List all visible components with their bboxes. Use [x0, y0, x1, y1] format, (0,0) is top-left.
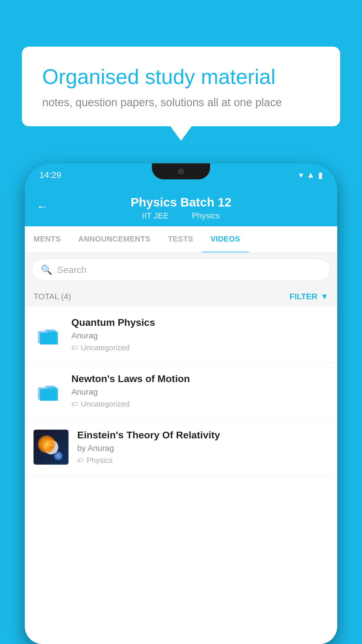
- video-tag: 🏷 Physics: [77, 456, 328, 465]
- tag-label: Uncategorized: [81, 400, 130, 409]
- search-container: 🔍 Search: [25, 253, 337, 287]
- video-author: Anurag: [71, 387, 328, 397]
- video-title: Quantum Physics: [71, 317, 328, 328]
- header-physics: Physics: [192, 211, 220, 220]
- wifi-icon: ▾: [299, 170, 303, 180]
- bubble-subtitle: notes, question papers, solutions all at…: [42, 96, 320, 109]
- list-item[interactable]: Newton's Laws of Motion Anurag 🏷 Uncateg…: [25, 363, 337, 419]
- phone-frame: 14:29 ▾ ▲ ▮ ← Physics Batch 12 IIT JEE P…: [25, 163, 337, 644]
- tab-tests[interactable]: TESTS: [159, 226, 202, 252]
- camera: [178, 169, 184, 174]
- status-time: 14:29: [39, 170, 61, 180]
- thumbnail-orb2: [54, 452, 63, 460]
- video-thumbnail: ▶: [34, 430, 68, 465]
- tag-icon: 🏷: [77, 457, 84, 464]
- tag-icon: 🏷: [71, 400, 78, 408]
- battery-icon: ▮: [318, 170, 323, 180]
- folder-icon-container: [34, 320, 63, 349]
- header-subtitle: IIT JEE Physics: [36, 211, 326, 220]
- header-title: Physics Batch 12: [36, 195, 326, 209]
- search-placeholder: Search: [57, 265, 87, 275]
- tab-ments[interactable]: MENTS: [25, 226, 70, 252]
- video-info: Quantum Physics Anurag 🏷 Uncategorized: [71, 317, 328, 352]
- video-info: Newton's Laws of Motion Anurag 🏷 Uncateg…: [71, 373, 328, 409]
- signal-icon: ▲: [307, 170, 315, 180]
- app-header: ← Physics Batch 12 IIT JEE Physics: [25, 187, 337, 226]
- folder-icon: [36, 379, 60, 402]
- tag-icon: 🏷: [71, 344, 78, 352]
- header-iitjee: IIT JEE: [142, 211, 169, 220]
- filter-button[interactable]: FILTER ▼: [289, 292, 328, 301]
- video-list: Quantum Physics Anurag 🏷 Uncategorized: [25, 307, 337, 475]
- tab-videos[interactable]: VIDEOS: [202, 226, 249, 253]
- total-count: TOTAL (4): [34, 292, 71, 301]
- header-separator: [178, 211, 183, 220]
- list-item[interactable]: ▶ Einstein's Theory Of Relativity by Anu…: [25, 419, 337, 475]
- phone-screen: ← Physics Batch 12 IIT JEE Physics MENTS…: [25, 187, 337, 644]
- video-info: Einstein's Theory Of Relativity by Anura…: [77, 429, 328, 465]
- filter-icon: ▼: [320, 292, 328, 301]
- video-tag: 🏷 Uncategorized: [71, 400, 328, 409]
- tag-label: Physics: [87, 456, 113, 465]
- video-author: Anurag: [71, 331, 328, 340]
- folder-icon-container: [34, 376, 63, 405]
- search-bar[interactable]: 🔍 Search: [32, 259, 330, 281]
- tab-bar: MENTS ANNOUNCEMENTS TESTS VIDEOS: [25, 226, 337, 253]
- tag-label: Uncategorized: [81, 343, 130, 352]
- thumbnail-orb1: [38, 435, 55, 453]
- phone-notch: [152, 163, 210, 179]
- folder-icon: [36, 323, 60, 346]
- filter-label: FILTER: [289, 292, 317, 301]
- video-tag: 🏷 Uncategorized: [71, 343, 328, 352]
- status-icons: ▾ ▲ ▮: [299, 170, 323, 180]
- video-author: by Anurag: [77, 444, 328, 453]
- video-title: Newton's Laws of Motion: [71, 373, 328, 384]
- speech-bubble: Organised study material notes, question…: [22, 47, 340, 126]
- tab-announcements[interactable]: ANNOUNCEMENTS: [70, 226, 159, 252]
- search-icon: 🔍: [41, 264, 52, 275]
- list-item[interactable]: Quantum Physics Anurag 🏷 Uncategorized: [25, 307, 337, 363]
- video-title: Einstein's Theory Of Relativity: [77, 429, 328, 441]
- bubble-title: Organised study material: [42, 64, 320, 89]
- filter-row: TOTAL (4) FILTER ▼: [25, 287, 337, 307]
- back-button[interactable]: ←: [36, 200, 48, 213]
- status-bar: 14:29 ▾ ▲ ▮: [25, 163, 337, 187]
